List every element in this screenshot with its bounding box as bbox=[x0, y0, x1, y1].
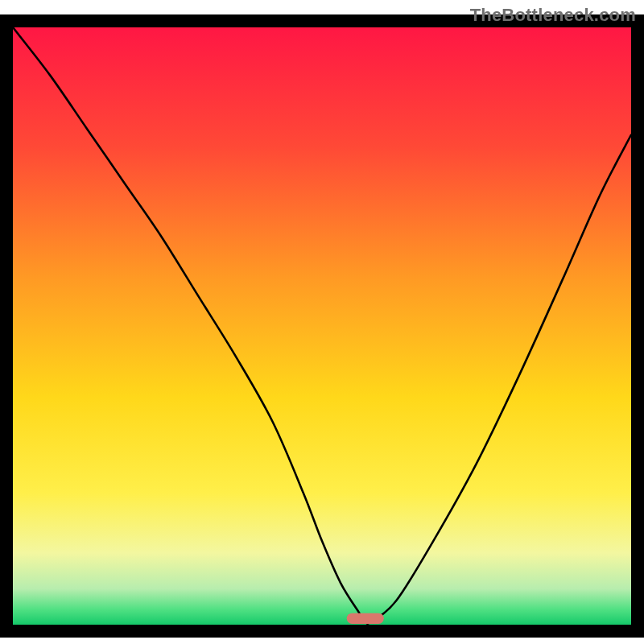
optimum-marker bbox=[347, 613, 384, 624]
plot-background-gradient bbox=[13, 27, 631, 625]
watermark-label: TheBottleneck.com bbox=[470, 5, 636, 26]
chart-container: TheBottleneck.com bbox=[0, 0, 644, 644]
bottleneck-chart bbox=[0, 0, 644, 644]
